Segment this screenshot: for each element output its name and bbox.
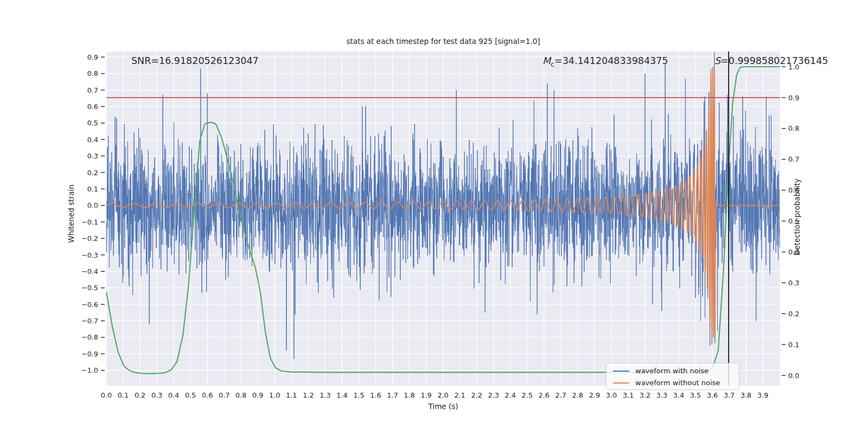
y-left-tick-label: 0.7: [87, 86, 98, 94]
y-left-tick-label: −0.9: [81, 350, 98, 358]
y-right-tick-label: 0.9: [788, 94, 799, 102]
chart-title: stats at each timestep for test data 925…: [106, 37, 780, 46]
x-tick-label: 1.2: [303, 391, 314, 399]
y-left-tick-label: −1.0: [81, 366, 98, 374]
legend-line-sample: [613, 371, 629, 372]
x-tick-label: 2.4: [505, 391, 516, 399]
y-left-tick-label: 0.0: [87, 201, 98, 209]
annotation-chirp-mass: Mc=34.141204833984375: [542, 55, 668, 68]
x-tick-label: 2.9: [589, 391, 600, 399]
y-left-tick-label: 0.3: [87, 152, 98, 160]
annotation-statistic: S=0.999858021736145: [714, 55, 828, 66]
y-left-tick-label: 0.9: [87, 53, 98, 61]
x-tick-label: 0.7: [219, 391, 229, 399]
y-left-tick-label: 0.8: [87, 69, 98, 78]
y-left-tick-label: 0.5: [87, 119, 98, 127]
x-tick-label: 1.3: [320, 391, 330, 399]
x-axis-label: Time (s): [106, 402, 780, 411]
x-tick-label: 3.9: [757, 391, 768, 399]
x-tick-label: 0.6: [202, 391, 213, 399]
y-right-tick-label: 0.2: [788, 310, 799, 318]
x-tick-label: 0.3: [151, 391, 162, 399]
x-tick-label: 0.2: [135, 391, 145, 399]
x-tick-label: 2.5: [522, 391, 533, 399]
x-tick-label: 3.6: [707, 391, 718, 399]
legend: waveform with noise waveform without noi…: [606, 363, 739, 390]
x-tick-label: 0.8: [235, 391, 246, 399]
y-right-tick-label: 0.0: [788, 372, 799, 380]
x-tick-label: 2.6: [539, 391, 550, 399]
x-tick-label: 1.7: [387, 391, 398, 399]
chirp-mass-symbol: M: [542, 55, 551, 66]
legend-line-sample: [613, 382, 629, 384]
x-tick-label: 2.1: [454, 391, 465, 399]
y-left-tick-label: 0.4: [87, 136, 98, 144]
statistic-value: =0.999858021736145: [720, 55, 828, 66]
x-tick-label: 3.8: [741, 391, 751, 399]
x-tick-label: 3.0: [606, 391, 617, 399]
y-left-tick-label: −0.4: [81, 267, 98, 276]
x-tick-label: 1.8: [404, 391, 414, 399]
legend-item-without-noise: waveform without noise: [613, 379, 733, 386]
y-right-tick-label: 0.7: [788, 155, 799, 163]
x-tick-label: 3.3: [656, 391, 667, 399]
legend-item-with-noise: waveform with noise: [613, 367, 733, 374]
y-left-tick-label: −0.1: [81, 218, 98, 226]
y-left-tick-label: −0.2: [81, 234, 98, 242]
x-tick-label: 3.7: [724, 391, 735, 399]
x-tick-label: 3.1: [623, 391, 634, 399]
y-left-tick-label: −0.5: [81, 284, 98, 292]
x-tick-label: 0.0: [101, 391, 112, 399]
y-left-tick-label: 0.1: [87, 185, 98, 193]
x-tick-label: 2.2: [471, 391, 482, 399]
x-tick-label: 0.4: [168, 391, 179, 399]
x-tick-label: 0.5: [185, 391, 196, 399]
chirp-mass-value: =34.141204833984375: [554, 55, 668, 66]
y-right-tick-label: 0.1: [788, 341, 799, 349]
y-axis-label-right: Detection probability: [793, 178, 801, 256]
y-left-tick-label: −0.6: [81, 301, 98, 309]
x-tick-label: 1.6: [370, 391, 381, 399]
y-right-tick-label: 0.8: [788, 124, 799, 132]
x-tick-label: 1.9: [420, 391, 431, 399]
x-tick-label: 1.1: [286, 391, 297, 399]
y-left-tick-label: 0.6: [87, 103, 98, 111]
x-tick-label: 3.2: [640, 391, 650, 399]
chirp-mass-subscript: c: [551, 60, 554, 68]
x-tick-label: 2.0: [437, 391, 448, 399]
x-tick-label: 0.1: [118, 391, 129, 399]
x-tick-label: 3.5: [690, 391, 701, 399]
x-tick-label: 0.9: [252, 391, 263, 399]
statistic-symbol: S: [714, 55, 720, 66]
annotation-snr: SNR=16.91820526123047: [131, 55, 259, 66]
legend-label: waveform with noise: [635, 367, 709, 374]
x-tick-label: 3.4: [673, 391, 684, 399]
y-axis-label-left: Whitened strain: [67, 184, 75, 242]
x-tick-label: 1.4: [336, 391, 347, 399]
x-tick-label: 2.3: [488, 391, 499, 399]
legend-label: waveform without noise: [635, 379, 720, 386]
y-left-tick-label: 0.2: [87, 169, 98, 177]
y-left-tick-label: −0.7: [81, 317, 98, 325]
y-left-tick-label: −0.8: [81, 333, 98, 341]
x-tick-label: 1.5: [353, 391, 364, 399]
y-right-tick-label: 0.3: [788, 279, 799, 287]
x-tick-label: 2.7: [556, 391, 566, 399]
x-tick-label: 2.8: [572, 391, 583, 399]
x-tick-label: 1.0: [269, 391, 280, 399]
figure-root: 0.90.80.70.60.50.40.30.20.10.0−0.1−0.2−0…: [0, 0, 868, 434]
y-left-tick-label: −0.3: [81, 251, 98, 259]
